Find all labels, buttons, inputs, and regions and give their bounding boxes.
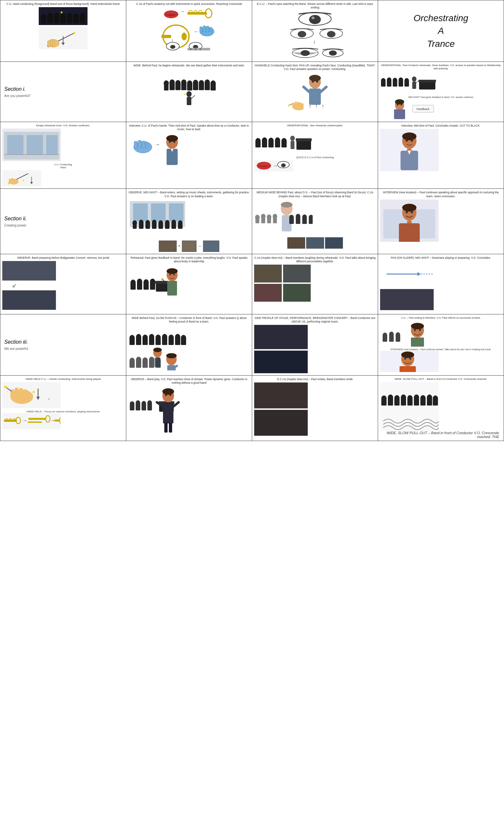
svg-rect-324 xyxy=(19,388,23,398)
svg-rect-173 xyxy=(296,140,311,150)
cell-r2c2-caption: WIDE: Behind Paul, he begins rehearsals.… xyxy=(128,64,250,67)
svg-point-181 xyxy=(281,163,286,167)
svg-rect-351 xyxy=(142,403,146,410)
photo-2 xyxy=(182,241,197,252)
hand-held-focus-caption: HAND HELD – Focus on various members, pl… xyxy=(2,410,124,413)
cell-r5c2: Rehearsal: Paul gives feedback to band. … xyxy=(126,254,252,314)
hand-svg xyxy=(39,27,88,49)
cell-r3c3: OBSERVATIONAL. See rehearsal uninterrupt… xyxy=(252,122,378,189)
svg-rect-353 xyxy=(147,403,152,410)
svg-rect-4 xyxy=(47,16,53,23)
cell-r5c1: OBSERVE: Band preparing before Bridgewat… xyxy=(0,254,126,314)
lips-ecu-svg: → xyxy=(254,160,293,172)
svg-rect-139 xyxy=(2,170,41,187)
svg-rect-203 xyxy=(152,222,156,229)
interview-new-loc-svg xyxy=(380,199,439,242)
svg-rect-69 xyxy=(169,82,175,90)
section-ii-subtitle: Creating power xyxy=(4,224,122,227)
svg-rect-116 xyxy=(393,81,397,87)
svg-rect-14 xyxy=(80,16,85,23)
laugh-photo-2 xyxy=(283,264,311,283)
paul-smiling-svg xyxy=(380,321,439,347)
photo-backstage xyxy=(2,261,56,281)
svg-rect-347 xyxy=(130,404,134,410)
svg-text:→: → xyxy=(22,418,27,423)
plus-sign: + xyxy=(178,241,180,252)
svg-text:→: → xyxy=(155,142,160,147)
section-ii-title: Section ii. xyxy=(4,216,122,222)
svg-rect-151 xyxy=(138,140,141,148)
svg-point-175 xyxy=(290,136,295,141)
svg-rect-170 xyxy=(275,140,280,147)
svg-rect-339 xyxy=(28,418,46,420)
svg-rect-197 xyxy=(133,223,137,229)
svg-rect-176 xyxy=(291,141,295,149)
svg-rect-225 xyxy=(289,217,294,224)
slow-push-svg xyxy=(128,325,187,371)
svg-point-127 xyxy=(397,104,399,105)
svg-rect-105 xyxy=(300,103,302,107)
svg-rect-137 xyxy=(46,135,58,155)
svg-rect-274 xyxy=(155,338,161,345)
svg-rect-94 xyxy=(309,89,321,105)
svg-point-259 xyxy=(161,278,163,280)
interview-hands-svg: → xyxy=(128,133,187,175)
svg-text:Feedback: Feedback xyxy=(416,107,430,111)
svg-rect-268 xyxy=(136,337,141,345)
svg-rect-380 xyxy=(420,398,425,405)
svg-rect-368 xyxy=(381,398,387,405)
cell-r1c3: E.C.U. – Paul's eyes watching the Band. … xyxy=(252,0,378,62)
svg-point-62 xyxy=(301,50,310,56)
photo-4 xyxy=(287,237,305,249)
svg-rect-35 xyxy=(161,35,171,38)
svg-point-59 xyxy=(327,31,336,38)
cell-r1c2-illus: → ← xyxy=(128,7,250,56)
ecu-conducting-caption: QUICK E.C.U.s of Paul conducting xyxy=(254,156,376,159)
svg-rect-245 xyxy=(137,282,142,290)
svg-point-235 xyxy=(402,204,416,211)
interview-end-svg xyxy=(380,351,439,372)
rehearsal-svg: ★ xyxy=(160,69,218,111)
svg-rect-276 xyxy=(162,337,167,345)
svg-rect-21 xyxy=(48,41,50,47)
svg-rect-372 xyxy=(394,398,400,405)
instruments-svg: → ← xyxy=(160,7,218,56)
svg-rect-365 xyxy=(169,423,172,433)
observational-svg xyxy=(380,71,439,94)
cell-r1c1-illus: ★ xyxy=(2,7,124,49)
svg-rect-218 xyxy=(267,217,271,223)
cell-r2c2: WIDE: Behind Paul, he begins rehearsals.… xyxy=(126,62,252,122)
svg-point-107 xyxy=(288,104,290,106)
cell-r3c4-caption: Interview. Mid-shot of Paul. Concludes A… xyxy=(380,124,502,128)
svg-rect-6 xyxy=(54,16,59,23)
svg-text:↓: ↓ xyxy=(48,396,50,401)
feedback-caption: MID-SHOT. Paul gives feedback to band. V… xyxy=(380,96,502,99)
wide-pullout-svg xyxy=(380,382,439,431)
svg-rect-364 xyxy=(164,423,167,433)
svg-point-51 xyxy=(199,48,201,50)
svg-text:★: ★ xyxy=(184,92,187,96)
cell-r4c1-section: Section ii. Creating power xyxy=(0,189,126,254)
cell-r1c1-caption: C.U. Hand conducting (foreground) Band (… xyxy=(2,2,124,6)
the-end-label: WIDE, SLOW PULL-OUT – Band in front of C… xyxy=(380,431,502,439)
cell-r3c1-caption: Empty rehearsal room. V.O. Answer contin… xyxy=(2,124,124,127)
svg-text:→: → xyxy=(50,418,55,423)
svg-rect-10 xyxy=(67,16,72,23)
performance-photo-1 xyxy=(254,325,308,349)
svg-rect-300 xyxy=(380,321,439,347)
cell-r6c4-caption: C.U. – Paul smiling at Members. V.O. Pau… xyxy=(380,317,502,320)
svg-point-255 xyxy=(173,274,175,275)
svg-rect-199 xyxy=(139,222,144,229)
svg-rect-130 xyxy=(394,109,405,119)
svg-point-310 xyxy=(419,329,421,331)
cell-r5c3: C.Us (maybe slow-mo) – Band members laug… xyxy=(252,254,378,314)
svg-text:←: ← xyxy=(194,29,198,34)
svg-rect-366 xyxy=(380,382,439,431)
svg-rect-23 xyxy=(52,40,55,46)
cell-r7c1-caption: HAND HELD C.U. – Hands conducting, Instr… xyxy=(2,378,124,381)
section-iii-subtitle: We are powerful. xyxy=(4,347,122,350)
svg-rect-103 xyxy=(295,102,297,107)
svg-rect-71 xyxy=(175,83,181,90)
svg-rect-293 xyxy=(149,360,154,368)
svg-rect-280 xyxy=(175,337,180,345)
